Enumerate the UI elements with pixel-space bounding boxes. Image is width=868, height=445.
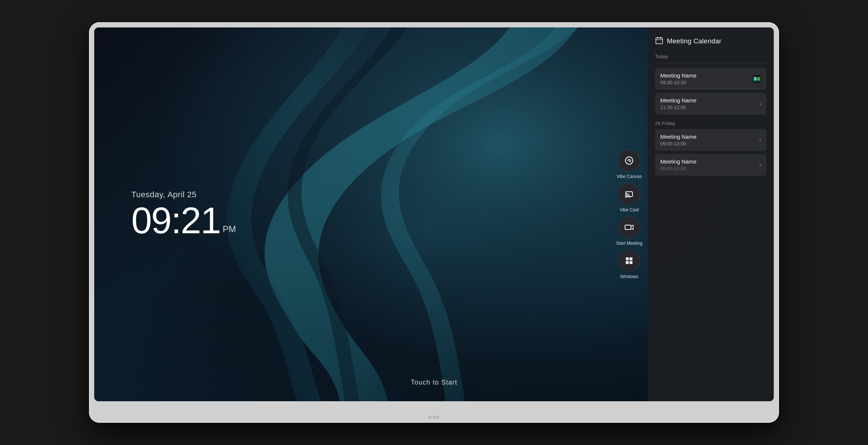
windows-icon [624,256,634,266]
vibe-canvas-label: Vibe Canvas [617,174,642,179]
calendar-section-today: Today Meeting Name 09:30-10:30 [655,54,766,115]
clock-area: Tuesday, April 25 09:21 PM [131,190,236,239]
chevron-right-2: › [759,137,761,144]
start-meeting-icon-bg [618,216,640,238]
screen[interactable]: Tuesday, April 25 09:21 PM Touch to Star… [94,27,774,401]
meeting-info-1: Meeting Name 09:30-10:30 [660,72,697,85]
meeting-card-1[interactable]: Meeting Name 09:30-10:30 [655,68,766,90]
clock-date: Tuesday, April 25 [131,190,236,200]
right-panel: Vibe Canvas Vibe Cast [611,27,774,401]
vibe-cast-icon-bg [618,183,640,205]
svg-rect-9 [629,261,632,264]
meeting-card-3[interactable]: Meeting Name 09:00-10:00 › [655,129,766,151]
svg-rect-14 [754,78,756,78]
calendar-icon [655,36,663,46]
meeting-info-4: Meeting Name 09:00-10:00 [660,158,697,171]
meeting-time-3: 09:00-10:00 [660,141,697,146]
meeting-info-3: Meeting Name 09:00-10:00 [660,134,697,146]
today-divider [655,63,766,63]
touch-to-start[interactable]: Touch to Start [411,379,457,386]
start-meeting-button[interactable]: Start Meeting [616,216,642,246]
svg-point-4 [625,197,627,198]
meeting-name-2: Meeting Name [660,97,697,103]
svg-rect-15 [754,79,756,80]
meeting-info-2: Meeting Name 11:30-12:00 [660,97,697,110]
windows-button[interactable]: Windows [618,250,640,279]
video-icon [624,222,634,233]
vibe-canvas-icon-bg [618,149,640,172]
meeting-card-4[interactable]: Meeting Name 09:00-10:00 › [655,154,766,176]
meeting-card-2[interactable]: Meeting Name 11:30-12:00 › [655,93,766,115]
svg-rect-5 [625,225,631,230]
meeting-time-2: 11:30-12:00 [660,105,697,110]
vibe-cast-label: Vibe Cast [619,207,639,212]
svg-rect-6 [626,257,629,260]
meet-icon [752,75,761,83]
vibe-canvas-button[interactable]: Vibe Canvas [617,149,642,179]
meeting-name-4: Meeting Name [660,158,697,165]
calendar-panel: Meeting Calendar Today Meeting Name 09:3… [648,27,774,401]
chevron-right-1: › [759,100,761,107]
vibe-cast-button[interactable]: Vibe Cast [618,183,640,212]
today-label: Today [655,54,766,59]
monitor: Tuesday, April 25 09:21 PM Touch to Star… [89,22,779,423]
meeting-time-4: 09:00-10:00 [660,166,697,171]
svg-rect-10 [656,38,662,44]
start-meeting-label: Start Meeting [616,241,642,246]
brand-label: vibe [428,414,440,420]
cast-icon [624,189,634,199]
meeting-name-3: Meeting Name [660,134,697,140]
app-icons-column: Vibe Canvas Vibe Cast [611,142,648,287]
clock-ampm: PM [223,225,236,234]
svg-rect-7 [629,257,632,260]
meeting-time-1: 09:30-10:30 [660,80,697,85]
clock-time: 09:21 [131,202,220,239]
windows-icon-bg [618,250,640,272]
meeting-name-1: Meeting Name [660,72,697,79]
windows-label: Windows [620,274,638,279]
calendar-header: Meeting Calendar [655,36,766,46]
friday-label: 26 Friday [655,121,766,126]
calendar-title: Meeting Calendar [667,37,721,45]
canvas-icon [624,155,634,166]
calendar-section-friday: 26 Friday Meeting Name 09:00-10:00 › Mee… [655,121,766,176]
svg-rect-8 [626,261,629,264]
chevron-right-3: › [759,162,761,168]
